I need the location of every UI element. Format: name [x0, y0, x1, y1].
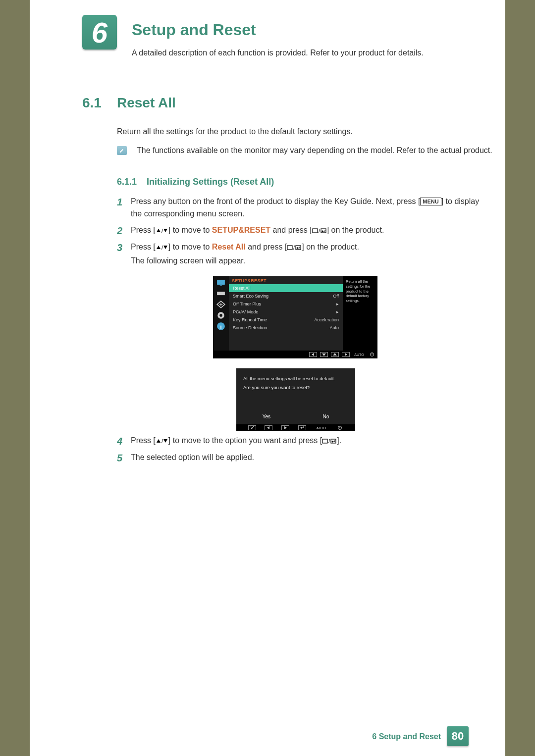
- osd-row-label: PC/AV Mode: [233, 309, 258, 314]
- nav-left-icon: [265, 425, 272, 430]
- confirm-line1: All the menu settings will be reset to d…: [243, 375, 348, 382]
- chapter-badge: 6: [82, 15, 117, 50]
- osd-row-key-repeat: Key Repeat TimeAcceleration: [229, 316, 343, 324]
- osd-main: i SETUP&RESET Reset All Smart Eco Saving…: [213, 276, 377, 351]
- highlight-text: Reset All: [212, 243, 246, 251]
- svg-marker-0: [157, 229, 160, 232]
- step-number: 1: [117, 196, 131, 208]
- step-body: Press any button on the front of the pro…: [131, 196, 483, 220]
- osd-nav-bar: AUTO: [213, 351, 377, 358]
- step-number: 5: [117, 452, 131, 464]
- svg-marker-31: [300, 427, 302, 429]
- osd-row-label: Key Repeat Time: [233, 317, 267, 322]
- step-4: 4 Press [/] to move to the option you wa…: [117, 435, 483, 448]
- svg-marker-21: [312, 353, 314, 356]
- confirm-no: No: [322, 414, 329, 419]
- step-text: and press [: [246, 243, 287, 251]
- source-enter-icon: /: [287, 245, 302, 251]
- step-tail: The following screen will appear.: [131, 255, 359, 267]
- up-down-arrow-icon: /: [156, 228, 168, 234]
- osd-row-value: ▸: [336, 302, 339, 306]
- svg-rect-14: [217, 280, 225, 285]
- osd-row-label: Reset All: [233, 286, 251, 291]
- svg-marker-6: [321, 230, 323, 232]
- step-text: ] on the product.: [327, 226, 384, 234]
- osd-figure: i SETUP&RESET Reset All Smart Eco Saving…: [213, 276, 377, 358]
- nav-left-icon: [309, 352, 317, 357]
- step-text: ] on the product.: [302, 243, 359, 251]
- svg-marker-9: [163, 246, 167, 249]
- step-3: 3 Press [/] to move to Reset All and pre…: [117, 241, 483, 268]
- osd-rows: Reset All Smart Eco SavingOff Off Timer …: [229, 284, 343, 332]
- nav-auto-label: AUTO: [315, 425, 328, 430]
- step-number: 3: [117, 241, 131, 254]
- osd-row-value: ▸: [336, 309, 339, 314]
- svg-marker-2: [163, 229, 167, 232]
- step-number: 4: [117, 435, 131, 448]
- step-1: 1 Press any button on the front of the p…: [117, 196, 483, 220]
- osd-help-panel: Return all the settings for the product …: [343, 276, 377, 351]
- step-2: 2 Press [/] to move to SETUP&RESET and p…: [117, 224, 483, 237]
- step-text: ].: [337, 436, 341, 445]
- svg-rect-10: [287, 246, 292, 250]
- osd-row-label: Smart Eco Saving: [233, 294, 268, 299]
- svg-marker-24: [345, 353, 347, 356]
- size-icon: [216, 301, 225, 308]
- steps-list-2: 4 Press [/] to move to the option you wa…: [117, 435, 483, 468]
- osd-row-reset-all: Reset All: [229, 284, 343, 292]
- osd-row-source-detect: Source DetectionAuto: [229, 324, 343, 332]
- svg-text:/: /: [319, 228, 321, 234]
- svg-rect-37: [322, 439, 327, 443]
- power-icon: [369, 351, 375, 358]
- section-title: Reset All: [117, 95, 176, 111]
- brightness-icon: [216, 290, 225, 297]
- svg-text:/: /: [161, 438, 163, 444]
- osd-row-value: Acceleration: [314, 317, 339, 322]
- source-enter-icon: /: [312, 228, 327, 234]
- step-text: ] to move to: [168, 226, 212, 234]
- info-icon: i: [216, 323, 225, 330]
- step-text: ] to move to: [168, 243, 212, 251]
- svg-marker-13: [296, 247, 298, 249]
- svg-marker-29: [267, 426, 269, 429]
- step-text: Press [: [131, 243, 156, 251]
- page-number-badge: 80: [447, 726, 469, 746]
- nav-auto-label: AUTO: [353, 352, 366, 357]
- svg-text:i: i: [220, 324, 221, 330]
- svg-marker-34: [157, 439, 160, 443]
- svg-text:/: /: [328, 438, 330, 444]
- svg-marker-22: [322, 353, 326, 356]
- page-number: 80: [452, 730, 464, 743]
- svg-rect-3: [313, 229, 318, 233]
- osd-row-off-timer: Off Timer Plus▸: [229, 300, 343, 308]
- close-icon: [248, 425, 256, 430]
- chapter-desc: A detailed description of each function …: [132, 49, 424, 57]
- chapter-number: 6: [92, 16, 107, 49]
- steps-list: 1 Press any button on the front of the p…: [117, 196, 483, 271]
- section-number: 6.1: [82, 95, 102, 111]
- svg-point-18: [219, 314, 222, 317]
- confirm-dialog: All the menu settings will be reset to d…: [236, 368, 355, 431]
- up-down-arrow-icon: /: [156, 245, 168, 251]
- osd-content: SETUP&RESET Reset All Smart Eco SavingOf…: [229, 276, 343, 351]
- svg-marker-36: [163, 439, 167, 443]
- step-text: and press [: [270, 226, 312, 234]
- nav-up-icon: [331, 352, 339, 357]
- svg-marker-23: [333, 353, 337, 355]
- osd-row-label: Off Timer Plus: [233, 302, 261, 306]
- confirm-nav-bar: AUTO: [236, 424, 355, 431]
- step-text: Press [: [131, 226, 156, 234]
- osd-row-smart-eco: Smart Eco SavingOff: [229, 292, 343, 300]
- svg-marker-40: [331, 441, 333, 443]
- subsection-title: Initializing Settings (Reset All): [147, 177, 274, 187]
- osd-sidebar: i: [213, 276, 229, 351]
- note-text: The functions available on the monitor m…: [137, 146, 493, 155]
- step-body: Press [/] to move to SETUP&RESET and pre…: [131, 224, 384, 237]
- nav-right-icon: [281, 425, 289, 430]
- enter-icon: [298, 425, 306, 430]
- gear-icon: [216, 312, 225, 319]
- svg-text:/: /: [293, 245, 295, 251]
- menu-key: MENU: [420, 198, 441, 205]
- osd-row-value: Off: [333, 294, 339, 299]
- step-5: 5 The selected option will be applied.: [117, 452, 483, 464]
